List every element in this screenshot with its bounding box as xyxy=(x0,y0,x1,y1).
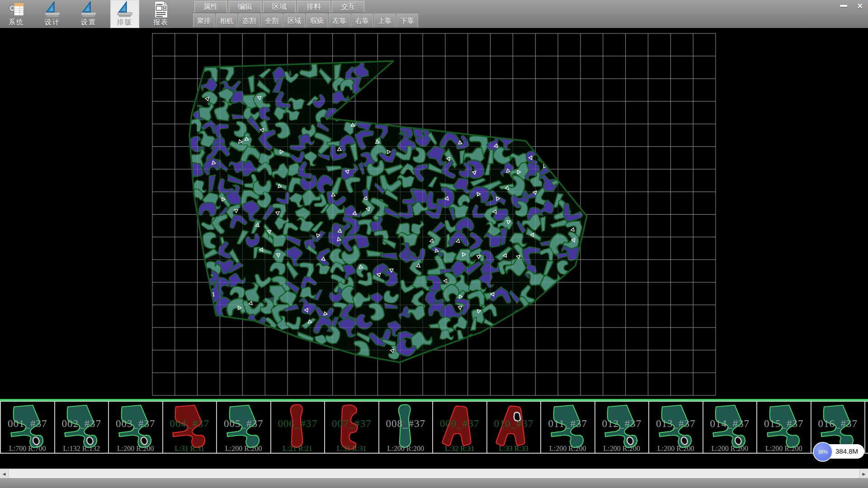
memory-value: 384.8M xyxy=(835,447,858,455)
menu-tab-5[interactable]: 交互 xyxy=(332,1,364,13)
toolbar: 系统设计设置排版报表 属性编辑区域排料交互 聚排相机选割全割区域瑕疵左靠右靠上靠… xyxy=(0,0,868,28)
piece-thumbnail-9[interactable]: 009_#37L:32 R:31 xyxy=(433,402,487,453)
tool-button-10[interactable]: 下靠 xyxy=(396,14,418,28)
piece-shape-boot xyxy=(114,403,157,452)
set-square-icon xyxy=(79,1,99,18)
app-buttons: 系统设计设置排版报表 xyxy=(2,0,175,28)
menu-tab-1[interactable]: 属性 xyxy=(194,1,227,13)
piece-shape-boot xyxy=(222,403,265,452)
piece-shape-boot xyxy=(762,403,806,452)
tool-button-8[interactable]: 右靠 xyxy=(351,14,373,28)
tool-button-6[interactable]: 瑕疵 xyxy=(306,14,328,28)
piece-thumbnail-3[interactable]: 003_#37L:200 R:200 xyxy=(109,402,163,453)
minimize-icon xyxy=(840,5,847,7)
minimize-button[interactable] xyxy=(836,1,851,11)
piece-thumbnail-10[interactable]: 010_#37L:33 R:33 xyxy=(487,402,542,453)
piece-lr-values: L:200 R:200 xyxy=(865,445,868,453)
app-button-label: 设计 xyxy=(45,18,60,27)
set-square-icon xyxy=(42,1,62,18)
piece-thumbnail-12[interactable]: 012_#37L:200 R:200 xyxy=(595,402,650,453)
ribbon-tabs: 属性编辑区域排料交互 xyxy=(194,1,364,13)
app-button-5[interactable]: 报表 xyxy=(146,0,175,28)
piece-shape-boot xyxy=(546,403,590,452)
piece-shape-tall xyxy=(384,403,427,452)
piece-shape-boot xyxy=(654,403,698,452)
piece-thumbnail-17[interactable]: 017_#37L:200 R:200 xyxy=(865,402,868,453)
app-button-3[interactable]: 设置 xyxy=(74,0,103,28)
tool-button-9[interactable]: 上靠 xyxy=(374,14,396,28)
window-controls: × xyxy=(836,1,867,11)
piece-shape-a-shape xyxy=(438,403,481,452)
piece-shape-boot xyxy=(60,403,103,452)
app-button-4[interactable]: 排版 xyxy=(110,0,139,28)
piece-thumbnail-2[interactable]: 002_#37L:132 R:132 xyxy=(55,402,109,453)
piece-thumbnail-4[interactable]: 004_#37L:31 R:31 xyxy=(163,402,217,453)
close-button[interactable]: × xyxy=(853,1,867,11)
menu-tab-4[interactable]: 排料 xyxy=(297,1,330,13)
piece-thumbnail-11[interactable]: 011_#37L:200 R:200 xyxy=(541,402,595,453)
nesting-layout-svg xyxy=(0,28,868,399)
piece-thumbnail-14[interactable]: 014_#37L:200 R:200 xyxy=(703,402,758,453)
app-button-2[interactable]: 设计 xyxy=(38,0,67,28)
app-button-label: 设置 xyxy=(81,18,96,27)
piece-shape-tall xyxy=(276,403,319,452)
piece-shape-c-shape xyxy=(330,403,373,452)
tool-button-3[interactable]: 选割 xyxy=(238,14,260,28)
piece-thumbnail-7[interactable]: 007_#37L:31 R:31 xyxy=(325,402,379,453)
tool-buttons: 聚排相机选割全割区域瑕疵左靠右靠上靠下靠 xyxy=(193,14,418,28)
report-doc-icon xyxy=(151,1,171,18)
menu-tab-2[interactable]: 编辑 xyxy=(229,1,261,13)
piece-thumbnail-15[interactable]: 015_#37L:200 R:200 xyxy=(757,402,811,453)
app-button-label: 报表 xyxy=(153,18,169,27)
memory-badge: 38% 384.8M xyxy=(816,444,864,459)
piece-shape-boot xyxy=(6,403,49,452)
tool-button-1[interactable]: 聚排 xyxy=(193,14,215,28)
piece-id: 017_#37 xyxy=(865,418,868,430)
set-square-icon xyxy=(115,1,135,18)
pieces-strip: 001_#37L:700 R:700002_#37L:132 R:132003_… xyxy=(0,399,868,454)
tool-button-2[interactable]: 相机 xyxy=(216,14,237,28)
piece-thumbnail-6[interactable]: 006_#37L:21 R:21 xyxy=(271,402,326,453)
close-icon: × xyxy=(857,1,863,10)
piece-thumbnail-13[interactable]: 013_#37L:200 R:200 xyxy=(649,402,703,453)
piece-shape-a-shape xyxy=(492,403,535,452)
memory-pill: 38% 384.8M xyxy=(816,444,864,459)
horizontal-scrollbar[interactable]: ◀ ▶ xyxy=(0,469,868,479)
scroll-right-arrow[interactable]: ▶ xyxy=(859,469,868,479)
app-button-1[interactable]: 系统 xyxy=(2,0,31,28)
tool-button-7[interactable]: 左靠 xyxy=(329,14,350,28)
piece-shape-boot xyxy=(708,403,751,452)
menu-tab-3[interactable]: 区域 xyxy=(263,1,296,13)
piece-thumbnail-8[interactable]: 008_#37L:200 R:200 xyxy=(379,402,434,453)
nesting-canvas[interactable] xyxy=(0,28,868,399)
piece-shape-boot xyxy=(600,403,643,452)
app-button-label: 系统 xyxy=(9,18,24,27)
system-gear-icon xyxy=(6,1,26,18)
app-window: 系统设计设置排版报表 属性编辑区域排料交互 聚排相机选割全割区域瑕疵左靠右靠上靠… xyxy=(0,0,868,488)
tool-button-5[interactable]: 区域 xyxy=(283,14,305,28)
app-button-label: 排版 xyxy=(117,18,132,27)
piece-thumbnail-list: 001_#37L:700 R:700002_#37L:132 R:132003_… xyxy=(0,401,868,454)
memory-percent-indicator: 38% xyxy=(813,442,833,462)
piece-shape-boot xyxy=(168,403,211,452)
status-bar xyxy=(0,478,868,488)
scroll-left-arrow[interactable]: ◀ xyxy=(0,469,9,479)
piece-thumbnail-5[interactable]: 005_#37L:200 R:200 xyxy=(217,402,271,453)
tool-button-4[interactable]: 全割 xyxy=(261,14,283,28)
piece-thumbnail-1[interactable]: 001_#37L:700 R:700 xyxy=(0,402,55,453)
memory-percent: 38% xyxy=(818,445,828,459)
